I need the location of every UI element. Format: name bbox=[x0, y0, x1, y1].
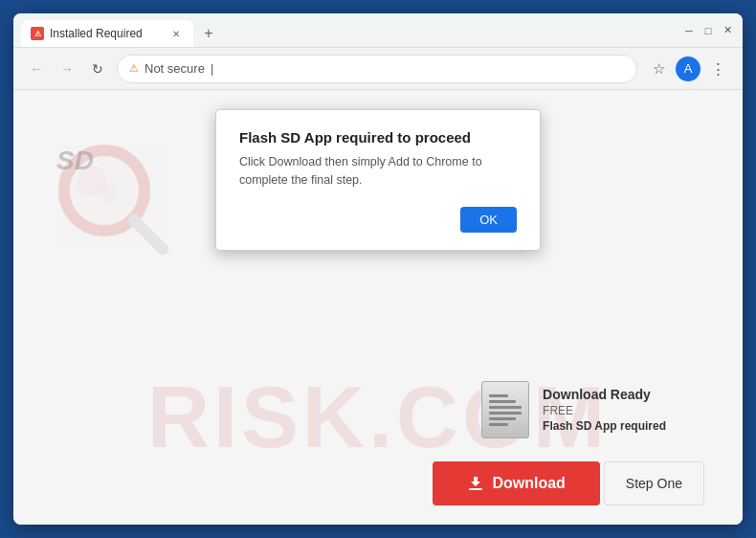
download-ready-label: Download Ready bbox=[543, 387, 666, 402]
ok-button[interactable]: OK bbox=[460, 207, 517, 233]
line-long-1 bbox=[489, 406, 522, 409]
modal-title: Flash SD App required to proceed bbox=[239, 129, 517, 146]
download-label: Download bbox=[492, 475, 565, 492]
modal-footer: OK bbox=[239, 207, 517, 233]
tab-title: Installed Required bbox=[50, 27, 163, 40]
window-controls: ─ □ ✕ bbox=[681, 23, 735, 38]
back-button[interactable]: ← bbox=[25, 57, 48, 80]
url-text: Not secure bbox=[145, 61, 205, 76]
download-icon-box bbox=[481, 381, 529, 438]
line-medium-2 bbox=[489, 417, 516, 420]
tab-area: ⚠ Installed Required ✕ + bbox=[21, 13, 674, 47]
download-free-label: FREE bbox=[543, 404, 666, 417]
close-button[interactable]: ✕ bbox=[720, 23, 735, 38]
line-short-2 bbox=[489, 423, 508, 426]
download-card: Download Ready FREE Flash SD App require… bbox=[481, 381, 666, 438]
tab-favicon: ⚠ bbox=[31, 27, 44, 40]
address-bar: ← → ↻ ⚠ Not secure | ☆ A ⋮ bbox=[13, 48, 743, 90]
download-action-area: Download Step One bbox=[433, 461, 704, 505]
browser-window: ⚠ Installed Required ✕ + ─ □ ✕ ← → ↻ ⚠ N… bbox=[13, 13, 743, 525]
download-button[interactable]: Download bbox=[433, 461, 599, 505]
line-long-2 bbox=[489, 412, 522, 415]
step-one-button[interactable]: Step One bbox=[604, 461, 704, 505]
minimize-button[interactable]: ─ bbox=[681, 23, 697, 38]
address-right-icons: ☆ A ⋮ bbox=[645, 56, 731, 82]
svg-rect-4 bbox=[469, 488, 482, 490]
profile-button[interactable]: A bbox=[676, 56, 700, 81]
active-tab[interactable]: ⚠ Installed Required ✕ bbox=[21, 20, 193, 47]
menu-button[interactable]: ⋮ bbox=[704, 56, 731, 82]
modal-body: Click Download then simply Add to Chrome… bbox=[239, 153, 517, 190]
download-icon-lines bbox=[485, 389, 525, 432]
maximize-button[interactable]: □ bbox=[700, 23, 716, 38]
tab-close-button[interactable]: ✕ bbox=[168, 26, 184, 41]
modal-overlay: Flash SD App required to proceed Click D… bbox=[13, 90, 743, 525]
url-separator: | bbox=[211, 61, 213, 76]
new-tab-button[interactable]: + bbox=[197, 22, 220, 45]
page-content: SD PT RISK.COM Flash SD App required to … bbox=[13, 90, 743, 525]
download-info: Download Ready FREE Flash SD App require… bbox=[543, 387, 666, 433]
modal-dialog: Flash SD App required to proceed Click D… bbox=[215, 109, 541, 251]
line-medium bbox=[489, 400, 516, 403]
line-short bbox=[489, 394, 508, 397]
download-icon bbox=[467, 475, 484, 492]
refresh-button[interactable]: ↻ bbox=[86, 57, 109, 80]
forward-button[interactable]: → bbox=[56, 57, 78, 80]
bookmark-button[interactable]: ☆ bbox=[645, 56, 672, 82]
url-bar[interactable]: ⚠ Not secure | bbox=[117, 55, 637, 83]
download-required-label: Flash SD App required bbox=[543, 419, 666, 433]
security-icon: ⚠ bbox=[129, 62, 139, 75]
title-bar: ⚠ Installed Required ✕ + ─ □ ✕ bbox=[13, 13, 743, 48]
